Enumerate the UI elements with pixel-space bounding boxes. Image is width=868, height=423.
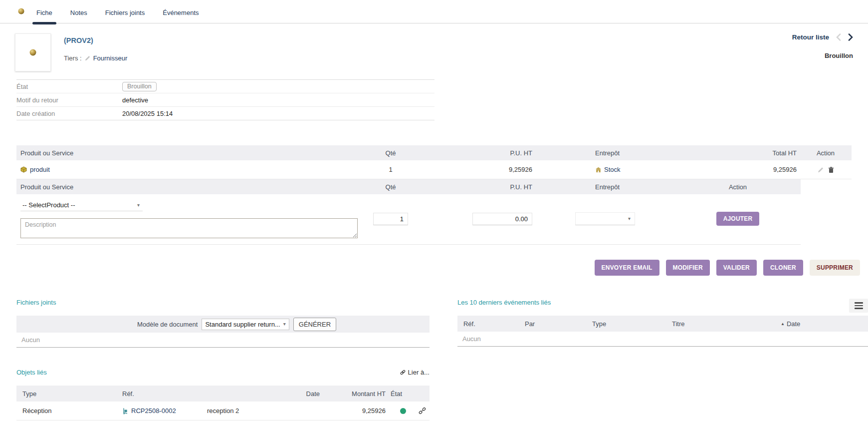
col-header-entrepot: Entrepôt: [535, 149, 715, 157]
events-empty: Aucun: [457, 332, 868, 347]
linked-type: Réception: [16, 407, 122, 415]
linked-objects-title: Objets liés: [16, 369, 47, 376]
col-header-ref: Réf.: [122, 390, 207, 398]
col-header-ref: Réf.: [457, 320, 525, 328]
tab-evenements[interactable]: Événements: [162, 9, 200, 23]
link-to-label: Lier à...: [408, 369, 430, 376]
link-icon: [400, 369, 406, 376]
lines-table-header: Produit ou Service Qté P.U. HT Entrepôt …: [16, 145, 852, 160]
col-header-pu-ht: P.U. HT: [421, 183, 535, 191]
qty-input[interactable]: [373, 213, 408, 225]
warehouse-link[interactable]: Stock: [604, 166, 621, 173]
product-line-row: produit 1 9,25926 Stock 9,25926: [16, 160, 852, 179]
line-pu-ht: 9,25926: [421, 166, 535, 173]
status-badge: Brouillon: [122, 82, 157, 91]
chevron-right-icon[interactable]: [848, 33, 853, 41]
chevron-left-icon[interactable]: [836, 33, 841, 41]
reception-link[interactable]: RCP2508-0002: [131, 407, 176, 415]
col-header-date: Date: [272, 390, 327, 398]
field-label: État: [16, 83, 122, 90]
tab-notes[interactable]: Notes: [69, 9, 88, 23]
field-row-date-creation: Date création 20/08/2025 15:14: [16, 107, 434, 120]
product-cube-icon: [20, 166, 27, 173]
events-title: Les 10 derniers événements liés: [457, 299, 551, 306]
page-title: (PROV2): [64, 36, 127, 44]
events-table-header: Réf. Par Type Titre ▲ Date: [457, 316, 868, 332]
tab-fiche[interactable]: Fiche: [35, 9, 53, 23]
col-header-entrepot: Entrepôt: [535, 183, 675, 191]
product-lines-section: Produit ou Service Qté P.U. HT Entrepôt …: [16, 145, 868, 245]
col-header-montant-ht: Montant HT: [327, 390, 391, 398]
col-header-total-ht: Total HT: [715, 149, 800, 157]
add-line-form: -- SelectProduct -- ▾ ▾ AJOUTER: [16, 194, 801, 245]
fields-table: État Brouillon Motif du retour defective…: [16, 79, 434, 120]
price-input[interactable]: [472, 213, 532, 225]
warehouse-select[interactable]: ▾: [575, 212, 635, 225]
col-header-action: Action: [800, 149, 852, 157]
attachments-title: Fichiers joints: [16, 299, 56, 306]
delete-button[interactable]: SUPPRIMER: [810, 260, 860, 276]
col-header-produit: Produit ou Service: [16, 183, 361, 191]
chevron-down-icon: ▾: [283, 322, 286, 327]
add-line-button[interactable]: AJOUTER: [716, 212, 760, 226]
field-label: Motif du retour: [16, 96, 122, 104]
col-header-type: Type: [592, 320, 672, 328]
line-qty: 1: [361, 166, 421, 173]
col-header-pu-ht: P.U. HT: [421, 149, 535, 157]
col-header-etat: État: [391, 390, 416, 398]
tiers-link[interactable]: Fournisseur: [93, 54, 128, 62]
generate-button[interactable]: GÉNÉRER: [293, 318, 336, 331]
col-header-qte: Qté: [361, 149, 421, 157]
status-text: Brouillon: [700, 52, 853, 59]
doc-model-label: Modèle de document: [137, 321, 198, 328]
field-value: defective: [122, 96, 148, 104]
object-banner: (PROV2) Tiers : Fournisseur Retour liste…: [0, 23, 868, 75]
doc-model-value: Standard supplier return...: [205, 321, 280, 328]
action-buttons: ENVOYER EMAIL MODIFIER VALIDER CLONER SU…: [0, 260, 860, 276]
linked-object-row: Commande fournisseur CF2508-0001 03/08/2…: [16, 421, 430, 423]
warehouse-icon: [595, 167, 602, 173]
gold-ball-icon: [29, 49, 36, 56]
tab-fichiers-joints[interactable]: Fichiers joints: [104, 9, 146, 23]
field-row-motif: Motif du retour defective: [16, 93, 434, 107]
chevron-down-icon: ▾: [137, 203, 140, 208]
col-header-par: Par: [525, 320, 592, 328]
field-label: Date création: [16, 110, 122, 117]
back-to-list-link[interactable]: Retour liste: [792, 33, 829, 41]
description-input[interactable]: [20, 218, 358, 238]
doc-model-band: Modèle de document Standard supplier ret…: [16, 316, 430, 333]
menu-hamburger-icon[interactable]: [849, 299, 868, 313]
col-header-date[interactable]: Date: [787, 320, 800, 328]
edit-pencil-icon[interactable]: [84, 55, 91, 61]
reception-icon: [122, 408, 129, 415]
linked-objects-header: Type Réf. Date Montant HT État: [16, 386, 430, 402]
linked-object-row: Réception RCP2508-0002 reception 2 9,259…: [16, 402, 430, 421]
product-link[interactable]: produit: [30, 166, 50, 173]
field-value: 20/08/2025 15:14: [122, 110, 173, 117]
chevron-down-icon: ▾: [628, 216, 631, 221]
tab-bar: Fiche Notes Fichiers joints Événements: [0, 0, 868, 23]
object-photo: [15, 33, 51, 71]
col-header-type: Type: [16, 390, 122, 398]
sort-asc-icon[interactable]: ▲: [781, 322, 785, 326]
link-to-button[interactable]: Lier à...: [400, 369, 430, 376]
product-select-value: -- SelectProduct --: [22, 201, 75, 209]
unlink-icon[interactable]: [419, 407, 426, 415]
linked-amount: 9,25926: [327, 407, 391, 415]
doc-model-select[interactable]: Standard supplier return... ▾: [202, 319, 289, 330]
product-select[interactable]: -- SelectProduct -- ▾: [20, 199, 143, 211]
delete-line-icon[interactable]: [828, 166, 835, 173]
edit-line-icon[interactable]: [817, 166, 824, 173]
line-total-ht: 9,25926: [715, 166, 800, 173]
col-header-produit: Produit ou Service: [16, 149, 361, 157]
object-type-icon: [18, 8, 24, 16]
attachments-empty: Aucun: [16, 333, 430, 348]
status-dot-validated: [400, 408, 406, 414]
clone-button[interactable]: CLONER: [763, 260, 803, 276]
validate-button[interactable]: VALIDER: [716, 260, 757, 276]
tiers-label: Tiers :: [64, 54, 82, 62]
col-header-titre: Titre: [672, 320, 781, 328]
field-row-etat: État Brouillon: [16, 80, 434, 93]
send-email-button[interactable]: ENVOYER EMAIL: [595, 260, 659, 276]
modify-button[interactable]: MODIFIER: [666, 260, 710, 276]
